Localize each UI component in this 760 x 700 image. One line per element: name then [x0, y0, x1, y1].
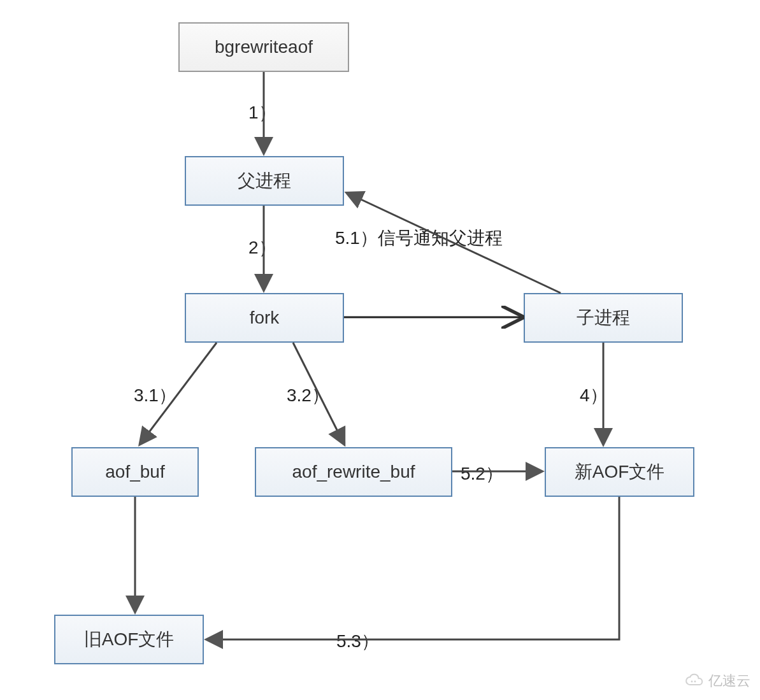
- node-label: fork: [250, 308, 280, 328]
- node-aof-buf: aof_buf: [71, 447, 199, 497]
- node-old-aof-file: 旧AOF文件: [54, 615, 204, 664]
- svg-point-9: [691, 681, 693, 683]
- node-label: bgrewriteaof: [215, 37, 313, 57]
- node-new-aof-file: 新AOF文件: [545, 447, 694, 497]
- edge-label-2: 2）: [248, 236, 276, 260]
- watermark: 亿速云: [684, 671, 750, 690]
- edge-label-3-1: 3.1）: [134, 383, 176, 408]
- connectors: [0, 0, 760, 700]
- node-parent-process: 父进程: [185, 156, 344, 206]
- node-label: aof_buf: [105, 462, 164, 482]
- svg-point-10: [694, 681, 696, 683]
- watermark-text: 亿速云: [708, 671, 750, 690]
- node-label: 新AOF文件: [575, 460, 665, 484]
- edge-label-1: 1）: [248, 101, 276, 125]
- node-child-process: 子进程: [524, 293, 683, 343]
- node-label: 子进程: [577, 306, 630, 330]
- node-label: 旧AOF文件: [84, 627, 175, 652]
- edge-label-3-2: 3.2）: [287, 383, 329, 408]
- node-label: aof_rewrite_buf: [292, 462, 415, 482]
- edge-label-4: 4）: [580, 383, 608, 408]
- cloud-icon: [684, 673, 705, 689]
- edge-label-5-2: 5.2）: [461, 462, 503, 486]
- edge-label-5-1: 5.1）信号通知父进程: [335, 226, 503, 250]
- node-fork: fork: [185, 293, 344, 343]
- node-aof-rewrite-buf: aof_rewrite_buf: [255, 447, 452, 497]
- edge-label-5-3: 5.3）: [336, 629, 379, 654]
- node-bgrewriteaof: bgrewriteaof: [178, 22, 349, 72]
- node-label: 父进程: [238, 169, 291, 193]
